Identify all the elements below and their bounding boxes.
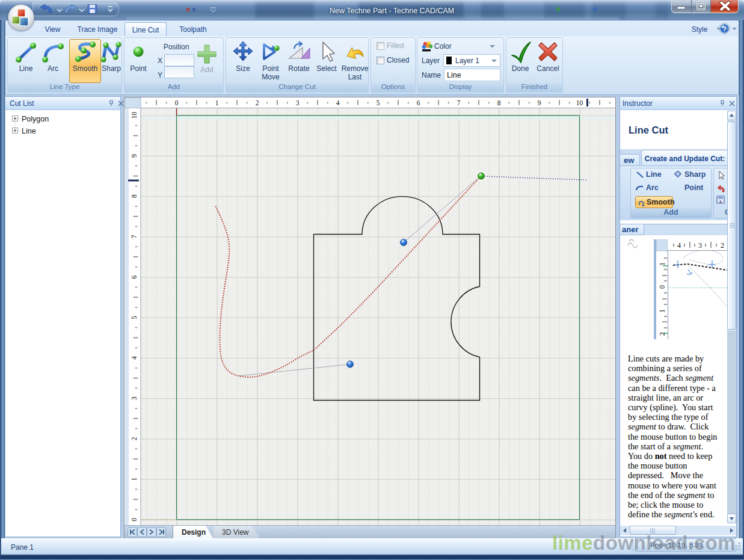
svg-text:3: 3 bbox=[131, 396, 138, 400]
svg-text:7: 7 bbox=[457, 99, 461, 106]
svg-text:2: 2 bbox=[721, 241, 724, 250]
svg-text:8: 8 bbox=[497, 99, 501, 106]
svg-text:4: 4 bbox=[131, 356, 138, 360]
svg-text:1: 1 bbox=[131, 477, 138, 481]
svg-text:2: 2 bbox=[658, 332, 666, 336]
svg-text:5: 5 bbox=[131, 316, 138, 319]
svg-text:1: 1 bbox=[215, 99, 219, 106]
svg-text:5: 5 bbox=[377, 99, 380, 106]
svg-text:Polygon: Polygon bbox=[22, 115, 49, 123]
svg-text:Line: Line bbox=[22, 127, 36, 135]
svg-text:10: 10 bbox=[131, 112, 138, 119]
svg-text:0: 0 bbox=[131, 518, 138, 522]
svg-text:10: 10 bbox=[576, 99, 583, 106]
svg-text:3: 3 bbox=[296, 99, 300, 106]
svg-text:4: 4 bbox=[336, 99, 340, 106]
svg-text:8: 8 bbox=[131, 194, 138, 198]
svg-text:0: 0 bbox=[658, 285, 666, 289]
svg-text:1: 1 bbox=[658, 262, 666, 266]
svg-text:7: 7 bbox=[131, 235, 138, 238]
svg-text:?: ? bbox=[722, 25, 727, 32]
svg-text:3: 3 bbox=[698, 241, 702, 250]
svg-text:6: 6 bbox=[131, 275, 138, 278]
svg-text:1: 1 bbox=[658, 309, 666, 313]
svg-text:9: 9 bbox=[131, 154, 138, 158]
svg-text:2: 2 bbox=[131, 437, 138, 440]
svg-text:9: 9 bbox=[538, 99, 541, 106]
svg-text:2: 2 bbox=[256, 99, 259, 106]
svg-text:6: 6 bbox=[417, 99, 420, 106]
svg-text:4: 4 bbox=[677, 241, 681, 250]
svg-text:0: 0 bbox=[175, 99, 179, 106]
